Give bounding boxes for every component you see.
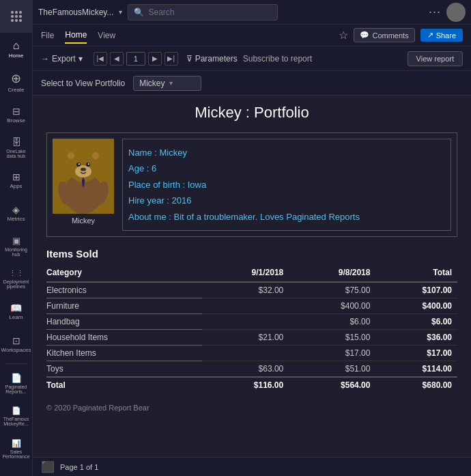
bear-svg	[53, 139, 114, 214]
search-box[interactable]: 🔍	[128, 4, 278, 20]
subscribe-button[interactable]: Subscribe to report	[243, 54, 312, 64]
share-button[interactable]: ↗ Share	[420, 29, 463, 42]
portfolio-selected: Mickey	[139, 79, 165, 88]
deployment-icon: ⋮⋮	[9, 269, 24, 278]
browse-icon: ⊟	[12, 106, 20, 117]
col-header-date2: 9/8/2018	[289, 265, 375, 282]
total-d2: $564.00	[289, 377, 375, 393]
profile-line-1: Name : Mickey	[128, 145, 445, 160]
row-household-d1: $21.00	[202, 329, 289, 345]
sidebar-item-monitoring[interactable]: ▣ Monitoringhub	[0, 229, 33, 262]
sidebar-sales-label: SalesPerformance	[2, 449, 29, 459]
row-household-total: $36.00	[375, 329, 457, 345]
first-page-button[interactable]: |◀	[94, 52, 107, 66]
sidebar-item-paginated[interactable]: 📄 PaginatedReports...	[0, 367, 33, 400]
menubar-right: ☆ 💬 Comments ↗ Share	[339, 28, 463, 42]
learn-icon: 📖	[10, 303, 22, 313]
sidebar-item-waffle[interactable]	[0, 0, 33, 33]
sidebar-item-home[interactable]: ⌂ Home	[0, 33, 33, 66]
row-toys-category: Toys	[46, 361, 202, 377]
next-page-button[interactable]: ▶	[148, 52, 162, 66]
row-toys-d2: $51.00	[289, 361, 375, 377]
row-handbag-total: $6.00	[375, 313, 457, 329]
total-label: Total	[46, 377, 202, 393]
paginated-icon: 📄	[11, 373, 22, 383]
pagination-nav: |◀ ◀ ▶ ▶|	[94, 52, 178, 66]
sales-table: Category 9/1/2018 9/8/2018 Total Electro…	[46, 265, 457, 393]
row-furniture-total: $400.00	[375, 298, 457, 313]
sidebar-item-metrics[interactable]: ◈ Metrics	[0, 197, 33, 229]
sidebar-item-famousmickey[interactable]: 📄 TheFamousMickeyRe...	[0, 400, 33, 432]
sidebar-item-deployment[interactable]: ⋮⋮ Deploymentpipelines	[0, 262, 33, 295]
profile-section: Mickey Name : Mickey Age : 6 Place of bi…	[46, 132, 457, 237]
sidebar-item-sales[interactable]: 📊 SalesPerformance	[0, 432, 33, 465]
share-label: Share	[436, 31, 456, 40]
sidebar-home-label: Home	[9, 53, 23, 59]
menubar: File Home View ☆ 💬 Comments ↗ Share	[33, 25, 471, 46]
sidebar-onelake-label: OneLakedata hub	[6, 149, 25, 158]
search-input[interactable]	[148, 8, 272, 17]
row-furniture-d2: $400.00	[289, 298, 375, 313]
last-page-button[interactable]: ▶|	[165, 52, 178, 66]
row-toys-total: $114.00	[375, 361, 457, 377]
search-icon: 🔍	[134, 8, 144, 17]
star-icon[interactable]: ☆	[339, 29, 348, 42]
row-kitchen-total: $17.00	[375, 345, 457, 361]
avatar[interactable]	[446, 3, 466, 22]
bottom-bar: ⬛ Page 1 of 1	[33, 457, 471, 476]
prev-page-button[interactable]: ◀	[110, 52, 124, 66]
main-area: TheFamousMickey... ▾ 🔍 ··· File Home Vie…	[33, 0, 471, 476]
table-row: Furniture $400.00 $400.00	[46, 298, 457, 313]
sidebar-item-learn[interactable]: 📖 Learn	[0, 295, 33, 328]
export-button[interactable]: → Export ▾	[41, 54, 83, 64]
sidebar-browse-label: Browse	[7, 118, 25, 124]
more-options-icon[interactable]: ···	[429, 5, 441, 19]
sidebar-item-create[interactable]: ⊕ Create	[0, 66, 33, 98]
profile-image-container: Mickey	[53, 139, 114, 231]
portfolio-dropdown[interactable]: Mickey ▾	[133, 76, 201, 91]
toolbar: → Export ▾ |◀ ◀ ▶ ▶| ⊽ Parameters Subscr…	[33, 46, 471, 71]
page-input[interactable]	[126, 52, 145, 66]
svg-point-3	[68, 152, 74, 159]
powerbi-logo-icon: ⬛	[41, 460, 55, 473]
page-indicator: Page 1 of 1	[60, 463, 98, 471]
create-icon: ⊕	[11, 71, 21, 86]
topbar-chevron-icon[interactable]: ▾	[119, 8, 122, 16]
view-report-button[interactable]: View report	[408, 51, 463, 66]
svg-point-9	[78, 163, 80, 165]
parameters-button[interactable]: ⊽ Parameters	[186, 54, 238, 64]
topbar: TheFamousMickey... ▾ 🔍 ···	[33, 0, 471, 25]
topbar-right: ···	[429, 3, 466, 22]
sidebar-item-apps[interactable]: ⊞ Apps	[0, 164, 33, 197]
sidebar-divider	[5, 363, 27, 364]
menu-home[interactable]: Home	[65, 27, 87, 44]
report-content: Mickey : Portfolio	[33, 96, 471, 457]
items-sold-section: Items Sold Category 9/1/2018 9/8/2018 To…	[46, 248, 457, 412]
items-sold-title: Items Sold	[46, 248, 457, 260]
svg-point-7	[76, 163, 81, 167]
sidebar-apps-label: Apps	[10, 184, 22, 189]
sidebar-learn-label: Learn	[9, 315, 23, 320]
svg-point-5	[92, 152, 99, 159]
row-electronics-d1: $32.00	[202, 282, 289, 298]
sidebar-workspaces-label: Workspaces	[1, 348, 31, 353]
svg-point-11	[81, 168, 86, 171]
menu-view[interactable]: View	[98, 28, 115, 43]
table-row: Household Items $21.00 $15.00 $36.00	[46, 329, 457, 345]
table-row: Electronics $32.00 $75.00 $107.00	[46, 282, 457, 298]
comments-button[interactable]: 💬 Comments	[354, 28, 414, 42]
report-footer: © 2020 Paginated Report Bear	[46, 404, 457, 412]
export-arrow-icon: →	[41, 54, 49, 64]
sidebar-item-onelake[interactable]: 🗄 OneLakedata hub	[0, 131, 33, 164]
profile-line-2: Age : 6	[128, 160, 445, 176]
sidebar-item-browse[interactable]: ⊟ Browse	[0, 98, 33, 131]
topbar-title: TheFamousMickey...	[38, 8, 113, 17]
select-bar: Select to View Portfolio Mickey ▾	[33, 71, 471, 96]
profile-info-box: Name : Mickey Age : 6 Place of birth : I…	[122, 139, 451, 231]
table-row: Toys $63.00 $51.00 $114.00	[46, 361, 457, 377]
table-total-row: Total $116.00 $564.00 $680.00	[46, 377, 457, 393]
home-icon: ⌂	[13, 40, 20, 52]
row-kitchen-category: Kitchen Items	[46, 345, 202, 361]
menu-file[interactable]: File	[41, 28, 54, 43]
sidebar-item-workspaces[interactable]: ⊡ Workspaces	[0, 328, 33, 361]
